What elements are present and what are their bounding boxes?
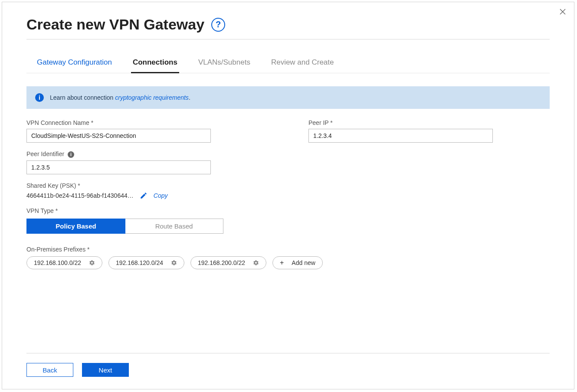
vpn-type-policy-based[interactable]: Policy Based — [26, 219, 125, 234]
prefix-chip-label: 192.168.200.0/22 — [198, 259, 245, 266]
connection-name-label: VPN Connection Name * — [26, 119, 230, 126]
prefix-chip[interactable]: 192.168.120.0/24 — [108, 256, 184, 269]
prefix-chip[interactable]: 192.168.200.0/22 — [190, 256, 266, 269]
wizard-footer: Back Next — [26, 353, 550, 377]
info-tooltip-icon[interactable]: i — [68, 151, 74, 158]
field-peer-ip: Peer IP * — [308, 119, 512, 143]
tab-vlans-subnets[interactable]: VLANs/Subnets — [197, 56, 252, 73]
tab-connections[interactable]: Connections — [131, 56, 179, 73]
vpn-type-route-based[interactable]: Route Based — [125, 219, 223, 233]
add-prefix-label: Add new — [292, 259, 315, 266]
back-button[interactable]: Back — [26, 363, 73, 377]
info-icon: i — [35, 93, 44, 102]
shared-key-label: Shared Key (PSK) * — [26, 182, 230, 189]
edit-shared-key-icon[interactable] — [140, 192, 148, 199]
vpn-type-label: VPN Type * — [26, 207, 230, 214]
gear-icon[interactable] — [89, 260, 95, 266]
field-vpn-type: VPN Type * Policy Based Route Based — [26, 207, 230, 234]
gear-icon[interactable] — [253, 260, 259, 266]
peer-ip-input[interactable] — [308, 129, 493, 143]
footer-divider — [26, 353, 550, 353]
crypto-requirements-link[interactable]: cryptographic requirements — [115, 94, 189, 101]
page-title: Create new VPN Gateway — [26, 16, 204, 33]
onprem-prefixes-label: On-Premises Prefixes * — [26, 246, 512, 253]
add-prefix-button[interactable]: + Add new — [272, 256, 323, 269]
gear-icon[interactable] — [171, 260, 177, 266]
help-icon[interactable]: ? — [211, 18, 225, 32]
prefix-chip[interactable]: 192.168.100.0/22 — [26, 256, 102, 269]
plus-icon: + — [280, 259, 284, 266]
copy-shared-key-link[interactable]: Copy — [154, 192, 168, 199]
prefix-chip-label: 192.168.100.0/22 — [34, 259, 81, 266]
peer-identifier-label: Peer Identifier i — [26, 150, 230, 158]
tab-review-and-create[interactable]: Review and Create — [269, 56, 336, 73]
title-divider — [26, 39, 550, 39]
tab-gateway-configuration[interactable]: Gateway Configuration — [35, 56, 114, 73]
vpn-type-toggle: Policy Based Route Based — [26, 219, 223, 234]
field-onprem-prefixes: On-Premises Prefixes * 192.168.100.0/22 … — [26, 246, 512, 269]
connection-name-input[interactable] — [26, 129, 211, 143]
prefix-chip-label: 192.168.120.0/24 — [116, 259, 163, 266]
info-banner-text: Learn about connection cryptographic req… — [50, 94, 190, 101]
peer-ip-label: Peer IP * — [308, 119, 512, 126]
peer-identifier-input[interactable] — [26, 160, 211, 174]
wizard-tabs: Gateway Configuration Connections VLANs/… — [26, 55, 550, 73]
close-icon[interactable] — [557, 7, 568, 17]
field-shared-key: Shared Key (PSK) * 4664411b-0e24-4115-96… — [26, 182, 230, 199]
info-banner: i Learn about connection cryptographic r… — [26, 86, 550, 109]
next-button[interactable]: Next — [82, 363, 129, 377]
shared-key-value: 4664411b-0e24-4115-96ab-f1430644… — [26, 192, 134, 199]
field-connection-name: VPN Connection Name * — [26, 119, 230, 143]
create-vpn-gateway-dialog: Create new VPN Gateway ? Gateway Configu… — [2, 2, 574, 389]
field-peer-identifier: Peer Identifier i — [26, 150, 230, 174]
